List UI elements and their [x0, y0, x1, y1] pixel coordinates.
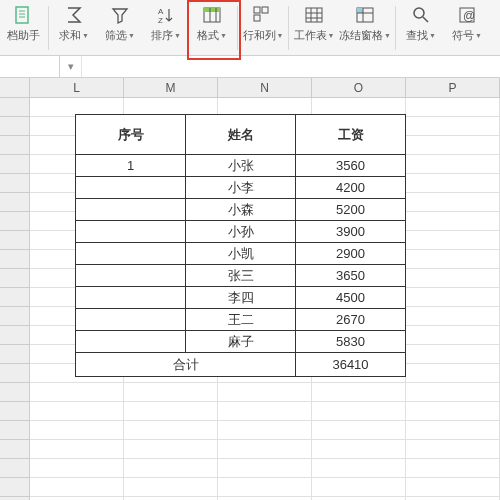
find-button[interactable]: 查找▼	[398, 2, 444, 52]
cell-name[interactable]: 小李	[186, 177, 296, 199]
cell[interactable]	[30, 459, 124, 478]
row-header[interactable]	[0, 212, 30, 231]
cell-salary[interactable]: 2900	[296, 243, 406, 265]
cell[interactable]	[30, 421, 124, 440]
row-header[interactable]	[0, 421, 30, 440]
cell-seq[interactable]: 1	[76, 155, 186, 177]
row-header[interactable]	[0, 402, 30, 421]
cell[interactable]	[30, 440, 124, 459]
row-header[interactable]	[0, 155, 30, 174]
cell[interactable]	[124, 459, 218, 478]
worksheet-button[interactable]: 工作表▼	[291, 2, 337, 52]
cell[interactable]	[124, 421, 218, 440]
cell[interactable]	[406, 440, 500, 459]
cell-salary[interactable]: 3650	[296, 265, 406, 287]
cell[interactable]	[218, 459, 312, 478]
cell-seq[interactable]	[76, 265, 186, 287]
row-header[interactable]	[0, 193, 30, 212]
cell[interactable]	[406, 345, 500, 364]
cell[interactable]	[218, 383, 312, 402]
cell[interactable]	[406, 421, 500, 440]
cell[interactable]	[312, 459, 406, 478]
cell[interactable]	[406, 402, 500, 421]
cell-name[interactable]: 小凯	[186, 243, 296, 265]
row-header[interactable]	[0, 174, 30, 193]
cell-name[interactable]: 小张	[186, 155, 296, 177]
cell[interactable]	[406, 212, 500, 231]
cell[interactable]	[406, 269, 500, 288]
col-header[interactable]: O	[312, 78, 406, 97]
cell-salary[interactable]: 5200	[296, 199, 406, 221]
row-header[interactable]	[0, 478, 30, 497]
row-header[interactable]	[0, 250, 30, 269]
filter-button[interactable]: 筛选▼	[97, 2, 143, 52]
cell[interactable]	[312, 440, 406, 459]
cell-seq[interactable]	[76, 287, 186, 309]
cell-name[interactable]: 小孙	[186, 221, 296, 243]
cell[interactable]	[406, 117, 500, 136]
row-header[interactable]	[0, 136, 30, 155]
select-all-corner[interactable]	[0, 78, 30, 97]
col-header[interactable]: P	[406, 78, 500, 97]
cell[interactable]	[124, 440, 218, 459]
cell[interactable]	[406, 288, 500, 307]
col-header[interactable]: L	[30, 78, 124, 97]
cell-salary[interactable]: 5830	[296, 331, 406, 353]
cell-seq[interactable]	[76, 221, 186, 243]
col-header[interactable]: M	[124, 78, 218, 97]
cell-name[interactable]: 张三	[186, 265, 296, 287]
row-header[interactable]	[0, 383, 30, 402]
cell[interactable]	[406, 174, 500, 193]
cell-salary[interactable]: 3900	[296, 221, 406, 243]
row-header[interactable]	[0, 326, 30, 345]
row-header[interactable]	[0, 98, 30, 117]
row-header[interactable]	[0, 364, 30, 383]
cell-salary[interactable]: 2670	[296, 309, 406, 331]
cell[interactable]	[124, 383, 218, 402]
row-header[interactable]	[0, 117, 30, 136]
row-header[interactable]	[0, 307, 30, 326]
cell[interactable]	[30, 383, 124, 402]
row-header[interactable]	[0, 345, 30, 364]
cell-salary[interactable]: 4200	[296, 177, 406, 199]
cell-seq[interactable]	[76, 243, 186, 265]
sort-button[interactable]: AZ 排序▼	[143, 2, 189, 52]
freeze-button[interactable]: 冻结窗格▼	[337, 2, 393, 52]
rowcol-button[interactable]: 行和列▼	[240, 2, 286, 52]
row-header[interactable]	[0, 440, 30, 459]
fx-dropdown[interactable]: ▾	[60, 56, 82, 77]
cell-name[interactable]: 王二	[186, 309, 296, 331]
header-seq[interactable]: 序号	[76, 115, 186, 155]
cell[interactable]	[406, 155, 500, 174]
cell[interactable]	[124, 402, 218, 421]
cell[interactable]	[406, 364, 500, 383]
cell-name[interactable]: 李四	[186, 287, 296, 309]
cell-seq[interactable]	[76, 199, 186, 221]
cell[interactable]	[406, 478, 500, 497]
cell-salary[interactable]: 4500	[296, 287, 406, 309]
row-header[interactable]	[0, 459, 30, 478]
row-header[interactable]	[0, 288, 30, 307]
format-button[interactable]: 格式▼	[189, 2, 235, 52]
cell[interactable]	[406, 250, 500, 269]
cell[interactable]	[406, 326, 500, 345]
cell-name[interactable]: 小森	[186, 199, 296, 221]
cell[interactable]	[406, 231, 500, 250]
cell[interactable]	[406, 193, 500, 212]
col-header[interactable]: N	[218, 78, 312, 97]
cell-seq[interactable]	[76, 331, 186, 353]
cell[interactable]	[312, 402, 406, 421]
row-header[interactable]	[0, 269, 30, 288]
cell[interactable]	[218, 421, 312, 440]
cell[interactable]	[406, 383, 500, 402]
header-salary[interactable]: 工资	[296, 115, 406, 155]
cell-name[interactable]: 麻子	[186, 331, 296, 353]
sum-label-cell[interactable]: 合计	[76, 353, 296, 377]
row-header[interactable]	[0, 231, 30, 250]
cell[interactable]	[312, 478, 406, 497]
cell[interactable]	[406, 98, 500, 117]
name-box[interactable]	[0, 56, 60, 77]
sum-value-cell[interactable]: 36410	[296, 353, 406, 377]
cell[interactable]	[218, 440, 312, 459]
cell[interactable]	[312, 421, 406, 440]
